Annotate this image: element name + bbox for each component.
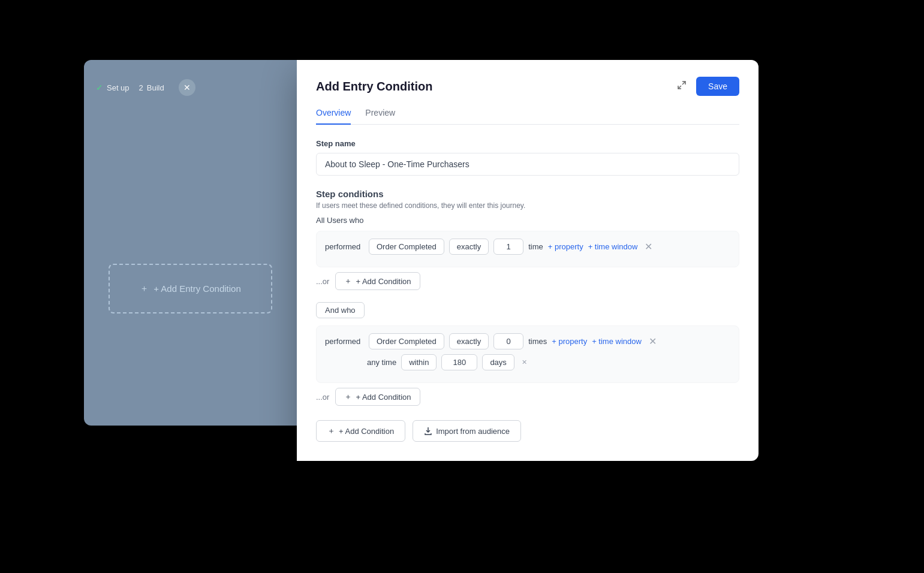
step-conditions-title: Step conditions [316, 189, 739, 199]
condition-row-1: performed Order Completed exactly time +… [325, 239, 730, 255]
count-input-2[interactable] [493, 333, 523, 349]
time-text-1: time [528, 242, 543, 251]
add-entry-icon: ＋ [140, 283, 149, 294]
remove-time-window[interactable]: ✕ [519, 357, 529, 367]
step-name-label: Step name [316, 139, 739, 148]
operator-button-2[interactable]: exactly [449, 333, 489, 349]
bottom-actions: ＋ + Add Condition Import from audience [316, 420, 739, 442]
import-icon [424, 427, 432, 435]
step-name-input[interactable] [316, 153, 739, 176]
setup-label: Set up [107, 83, 130, 92]
add-condition-button-1[interactable]: ＋ + Add Condition [335, 272, 420, 290]
add-condition-bottom-label: + Add Condition [339, 427, 394, 436]
setup-step: ✓ Set up [96, 83, 130, 92]
time-row-2: any time within days ✕ [325, 354, 730, 370]
build-step: 2 Build [139, 83, 164, 92]
modal-title: Add Entry Condition [316, 80, 432, 94]
tab-overview[interactable]: Overview [316, 108, 351, 125]
add-condition-bottom-button[interactable]: ＋ + Add Condition [316, 420, 405, 442]
time-window-button-2[interactable]: + time window [592, 337, 642, 346]
all-users-label: All Users who [316, 216, 739, 225]
top-bar: ✓ Set up 2 Build ✕ [84, 72, 297, 103]
event-button-1[interactable]: Order Completed [369, 239, 444, 255]
modal-header: Add Entry Condition Save [316, 77, 739, 96]
or-label-1: ...or [316, 277, 329, 286]
property-button-2[interactable]: + property [552, 337, 587, 346]
add-condition-label-2: + Add Condition [356, 393, 411, 402]
import-label: Import from audience [436, 427, 510, 436]
build-label: Build [147, 83, 164, 92]
save-button[interactable]: Save [696, 77, 739, 96]
performed-label-1: performed [325, 242, 364, 251]
event-button-2[interactable]: Order Completed [369, 333, 444, 349]
count-input-1[interactable] [493, 239, 523, 255]
header-actions: Save [675, 77, 739, 96]
days-input[interactable] [441, 354, 477, 370]
days-button[interactable]: days [482, 354, 514, 370]
plus-icon-bottom: ＋ [327, 426, 335, 436]
remove-condition-2[interactable]: ✕ [649, 336, 657, 347]
check-icon: ✓ [96, 83, 103, 92]
add-entry-condition-bg[interactable]: ＋ + Add Entry Condition [109, 264, 272, 313]
build-number: 2 [139, 83, 143, 92]
plus-icon-1: ＋ [344, 276, 352, 286]
add-condition-label-1: + Add Condition [356, 277, 411, 286]
condition-group-2: performed Order Completed exactly times … [316, 325, 739, 383]
tabs: Overview Preview [316, 108, 739, 125]
add-condition-button-2[interactable]: ＋ + Add Condition [335, 388, 420, 406]
modal-panel: Add Entry Condition Save Overview Previe… [297, 60, 759, 461]
condition-row-2: performed Order Completed exactly times … [325, 333, 730, 349]
or-row-2: ...or ＋ + Add Condition [316, 388, 739, 406]
within-button[interactable]: within [401, 354, 437, 370]
plus-icon-2: ＋ [344, 391, 352, 402]
property-button-1[interactable]: + property [548, 242, 583, 251]
any-time-label: any time [367, 358, 396, 367]
import-audience-button[interactable]: Import from audience [413, 420, 521, 442]
add-entry-label: + Add Entry Condition [154, 284, 241, 294]
remove-condition-1[interactable]: ✕ [645, 241, 652, 252]
condition-group-1: performed Order Completed exactly time +… [316, 231, 739, 267]
or-row-1: ...or ＋ + Add Condition [316, 272, 739, 290]
or-label-2: ...or [316, 393, 329, 402]
step-conditions-desc: If users meet these defined conditions, … [316, 201, 739, 210]
tab-preview[interactable]: Preview [365, 108, 395, 125]
expand-button[interactable] [675, 78, 689, 95]
times-text-2: times [528, 337, 547, 346]
close-button[interactable]: ✕ [179, 79, 195, 96]
performed-label-2: performed [325, 337, 364, 346]
and-who-section: And who [316, 297, 739, 325]
and-who-button[interactable]: And who [316, 302, 365, 318]
time-window-button-1[interactable]: + time window [588, 242, 638, 251]
operator-button-1[interactable]: exactly [449, 239, 489, 255]
background-panel: ✓ Set up 2 Build ✕ ＋ + Add Entry Conditi… [84, 60, 297, 426]
